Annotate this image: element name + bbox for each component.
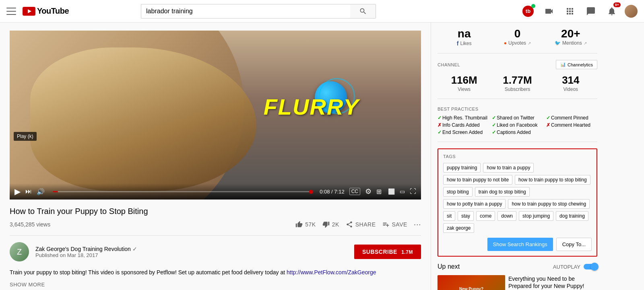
- search-input[interactable]: labrador training: [141, 4, 350, 19]
- search-button[interactable]: [350, 4, 376, 19]
- tag-item[interactable]: down: [497, 211, 516, 221]
- next-video-title: Everything you Need to be Prepared for y…: [508, 275, 597, 290]
- like-count: 57K: [305, 221, 316, 228]
- settings-button[interactable]: ⚙: [365, 187, 372, 196]
- tags-actions: Show Search Rankings Copy To...: [443, 238, 592, 251]
- upvotes-label: ● Upvotes ↗: [491, 40, 544, 46]
- like-button[interactable]: 57K: [295, 221, 316, 228]
- bp-symbol: ✓: [438, 130, 442, 135]
- mentions-ext-link[interactable]: ↗: [584, 41, 587, 45]
- likes-stat: na f Likes: [438, 27, 491, 47]
- video-player[interactable]: FLURRY Play (k) ▶ ⏭ 🔊 0:08 / 7:12 CC ⚙ ⊞…: [10, 31, 421, 200]
- apps-button[interactable]: [562, 3, 578, 19]
- bp-symbol: ✗: [546, 122, 550, 128]
- search-bar: labrador training: [141, 4, 376, 19]
- hamburger-menu[interactable]: [6, 8, 16, 15]
- upload-icon: [544, 6, 554, 16]
- tag-item[interactable]: how to train puppy to not bite: [443, 175, 512, 185]
- user-avatar[interactable]: [625, 5, 638, 18]
- description-link[interactable]: http://www.PetFlow.com/ZakGeorge: [287, 269, 376, 276]
- video-controls: ▶ ⏭ 🔊 0:08 / 7:12 CC ⚙ ⊞ ⬜ ▭ ⛶: [10, 183, 421, 200]
- tag-item[interactable]: stop jumping: [519, 211, 553, 221]
- subscribe-button[interactable]: SUBSCRIBE 1.7M: [354, 245, 421, 259]
- best-practice-item: ✓Shared on Twitter: [492, 115, 543, 121]
- up-next-header: Up next AUTOPLAY: [438, 263, 597, 270]
- dislike-count: 2K: [332, 221, 339, 228]
- header-left: YouTube: [6, 6, 69, 16]
- video-description: Train your puppy to stop biting! This vi…: [10, 268, 421, 277]
- autoplay-toggle-switch[interactable]: [584, 264, 597, 269]
- channel-views-label: Views: [438, 86, 491, 92]
- time-display: 0:08 / 7:12: [320, 189, 344, 195]
- bp-text: Comment Pinned: [551, 115, 588, 121]
- best-practice-item: ✓High Res. Thumbnail: [438, 115, 489, 121]
- tag-item[interactable]: how to train a puppy: [483, 163, 534, 173]
- channel-videos-label: Videos: [544, 86, 597, 92]
- tag-item[interactable]: stay: [458, 211, 474, 221]
- progress-bar[interactable]: [53, 191, 312, 192]
- flurry-overlay: FLURRY: [264, 94, 359, 120]
- toggle-dot: [590, 263, 599, 271]
- tag-item[interactable]: puppy training: [443, 163, 481, 173]
- best-practices-grid: ✓High Res. Thumbnail✓Shared on Twitter✓C…: [438, 115, 597, 135]
- channel-avatar[interactable]: Z: [10, 242, 29, 261]
- divider-1: [10, 235, 421, 236]
- copy-to-button[interactable]: Copy To...: [556, 238, 592, 251]
- share-button[interactable]: SHARE: [346, 221, 376, 228]
- facebook-icon: f: [457, 40, 459, 47]
- channelytics-button[interactable]: 📊 Channelytics: [556, 60, 597, 69]
- upload-button[interactable]: [541, 3, 557, 19]
- play-button[interactable]: ▶: [14, 187, 21, 196]
- tag-item[interactable]: stop biting: [443, 187, 473, 197]
- miniplayer-button[interactable]: ⬜: [388, 188, 395, 195]
- show-rankings-button[interactable]: Show Search Rankings: [487, 238, 553, 251]
- channel-section-label: CHANNEL: [438, 62, 460, 67]
- cc-button[interactable]: CC: [349, 188, 360, 195]
- save-icon: [382, 221, 390, 228]
- up-next-section: Up next AUTOPLAY New Puppy?Watch ThisFir…: [438, 263, 597, 290]
- dislike-button[interactable]: 2K: [322, 221, 339, 228]
- header-right: tb 9+: [520, 3, 638, 19]
- volume-button[interactable]: 🔊: [37, 188, 45, 195]
- tag-item[interactable]: how to train puppy to stop chewing: [508, 199, 590, 209]
- bp-symbol: ✓: [492, 130, 496, 135]
- show-more-button[interactable]: SHOW MORE: [10, 282, 45, 288]
- tag-item[interactable]: how to train puppy to stop biting: [515, 175, 590, 185]
- tag-item[interactable]: sit: [443, 211, 455, 221]
- video-title: How to Train your Puppy to Stop Biting: [10, 206, 421, 216]
- bp-symbol: ✓: [546, 115, 550, 121]
- notification-count: 9+: [613, 2, 621, 7]
- skip-button[interactable]: ⏭: [25, 188, 32, 195]
- tag-item[interactable]: come: [476, 211, 495, 221]
- more-button[interactable]: ···: [414, 220, 421, 229]
- bp-text: Info Cards Added: [442, 122, 480, 128]
- tb-icon-button[interactable]: tb: [520, 3, 536, 19]
- tb-status-dot: [531, 4, 535, 8]
- bp-symbol: ✗: [438, 122, 442, 128]
- theatre-button[interactable]: ▭: [400, 188, 405, 195]
- bp-symbol: ✓: [438, 115, 442, 121]
- messages-button[interactable]: [583, 3, 599, 19]
- notifications-button[interactable]: 9+: [604, 3, 620, 19]
- upvotes-ext-link[interactable]: ↗: [528, 41, 531, 45]
- tag-item[interactable]: dog training: [556, 211, 588, 221]
- tag-item[interactable]: how to potty train a puppy: [443, 199, 506, 209]
- next-video-card[interactable]: New Puppy?Watch ThisFirst 7:33 Everythin…: [438, 275, 597, 290]
- cog-extra[interactable]: ⊞: [376, 188, 382, 195]
- next-thumb-overlay-text: New Puppy?Watch ThisFirst: [458, 285, 485, 290]
- save-button[interactable]: SAVE: [382, 221, 407, 228]
- fullscreen-button[interactable]: ⛶: [410, 188, 416, 195]
- mentions-label: 🐦 Mentions ↗: [544, 40, 597, 46]
- best-practice-item: ✓Liked on Facebook: [492, 122, 543, 128]
- mentions-value: 20+: [544, 27, 597, 40]
- tag-item[interactable]: train dog to stop biting: [475, 187, 530, 197]
- tag-item[interactable]: zak george: [443, 223, 474, 233]
- view-count: 3,645,285 views: [10, 221, 50, 228]
- autoplay-toggle[interactable]: AUTOPLAY: [553, 264, 597, 270]
- main-content: FLURRY Play (k) ▶ ⏭ 🔊 0:08 / 7:12 CC ⚙ ⊞…: [0, 23, 431, 290]
- autoplay-label: AUTOPLAY: [553, 264, 580, 270]
- header: YouTube labrador training tb 9+: [0, 0, 644, 23]
- channel-name[interactable]: Zak George's Dog Training Revolution ✓: [35, 246, 348, 252]
- up-next-label: Up next: [438, 263, 460, 270]
- youtube-logo[interactable]: YouTube: [23, 6, 69, 16]
